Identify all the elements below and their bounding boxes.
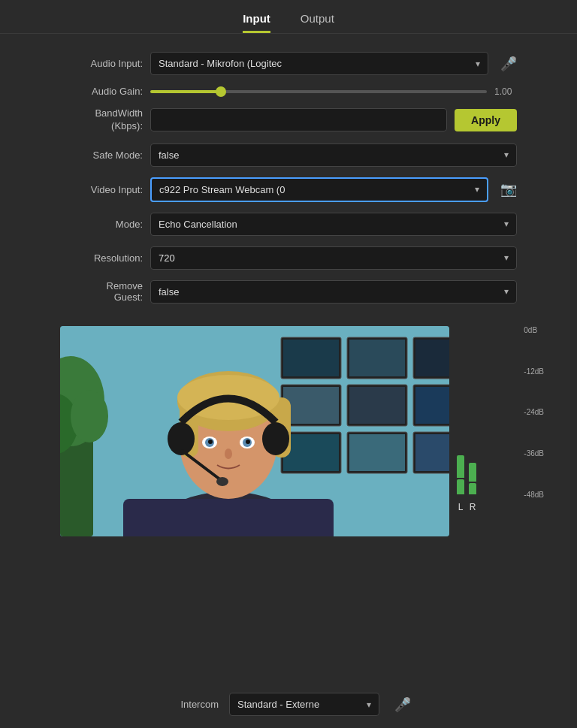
mode-label: Mode: [60,219,143,230]
vu-l-label: L [457,502,464,512]
vu-lr-labels: L R [457,502,517,512]
vu-label-0db: 0dB [524,326,544,334]
svg-rect-13 [415,340,449,376]
safe-mode-row: Safe Mode: false ▾ [60,143,517,167]
vu-bars-r [469,326,476,499]
bandwidth-label: BandWidth (Kbps): [60,107,143,133]
tabs-container: Input Output [0,0,577,33]
svg-point-36 [246,440,250,444]
chevron-down-icon: ▾ [504,219,509,229]
mode-row: Mode: Echo Cancellation ▾ [60,213,517,236]
resolution-label: Resolution: [60,252,143,264]
vu-bar-r-2 [469,483,476,494]
intercom-row: Intercom Standard - Externe ▾ 🎤 [0,681,577,728]
svg-rect-14 [283,387,339,424]
mode-control: Echo Cancellation ▾ [150,213,517,236]
chevron-down-icon: ▾ [504,150,509,160]
svg-rect-17 [283,434,339,471]
vu-r-label: R [469,502,476,512]
safe-mode-value: false [159,150,498,161]
vu-bar-l-2 [457,479,464,494]
audio-gain-control: 1.00 [150,86,517,97]
chevron-down-icon: ▾ [367,699,371,710]
safe-mode-control: false ▾ [150,143,517,167]
svg-point-35 [208,440,213,444]
video-frame [60,326,449,536]
svg-rect-16 [415,387,449,424]
remove-guest-control: false ▾ [150,280,517,304]
intercom-dropdown[interactable]: Standard - Externe ▾ [229,693,379,716]
svg-rect-42 [123,499,334,536]
bandwidth-input[interactable] [150,108,447,131]
svg-rect-11 [283,340,339,376]
audio-gain-label: Audio Gain: [60,86,143,97]
svg-point-41 [216,477,228,486]
vu-meter: 0dB -12dB -24dB -36dB -48dB [457,326,517,499]
svg-rect-18 [349,434,405,471]
vu-label-36db: -36dB [524,449,544,458]
chevron-down-icon: ▾ [476,59,480,69]
resolution-control: 720 ▾ [150,246,517,270]
audio-input-row: Audio Input: Standard - Mikrofon (Logite… [60,52,517,75]
resolution-dropdown[interactable]: 720 ▾ [150,246,517,270]
safe-mode-dropdown[interactable]: false ▾ [150,143,517,167]
resolution-row: Resolution: 720 ▾ [60,246,517,270]
camera-icon[interactable]: 📷 [500,181,517,198]
svg-point-37 [225,449,232,459]
intercom-value: Standard - Externe [237,699,319,710]
remove-guest-label: Remove Guest: [60,280,143,303]
tab-output[interactable]: Output [301,12,334,33]
video-input-control: c922 Pro Stream Webcam (0 ▾ [150,177,488,202]
vu-label-24db: -24dB [524,408,544,416]
microphone-icon[interactable]: 🎤 [500,56,517,72]
vu-bars-l [457,326,464,499]
vu-scale: 0dB -12dB -24dB -36dB -48dB [524,326,544,499]
intercom-label: Intercom [166,699,219,710]
video-input-label: Video Input: [60,184,143,195]
vu-bar-l-1 [457,455,464,478]
audio-gain-value: 1.00 [494,86,517,97]
remove-guest-value: false [159,286,498,298]
tab-input[interactable]: Input [243,12,270,33]
apply-button[interactable]: Apply [455,109,517,131]
remove-guest-dropdown[interactable]: false ▾ [150,280,517,304]
video-input-row: Video Input: c922 Pro Stream Webcam (0 ▾… [60,177,517,202]
vu-bar-r-1 [469,463,476,482]
svg-rect-19 [415,434,449,471]
audio-input-value: Standard - Mikrofon (Logitec [159,58,470,69]
intercom-mic-icon[interactable]: 🎤 [394,696,411,713]
video-preview [60,326,449,536]
bandwidth-row: BandWidth (Kbps): Apply [60,107,517,133]
safe-mode-label: Safe Mode: [60,150,143,161]
video-preview-container: 0dB -12dB -24dB -36dB -48dB L R [60,326,517,536]
audio-input-control: Standard - Mikrofon (Logitec ▾ [150,52,488,75]
audio-gain-row: Audio Gain: 1.00 [60,86,517,97]
audio-input-dropdown[interactable]: Standard - Mikrofon (Logitec ▾ [150,52,488,75]
resolution-value: 720 [159,252,498,264]
audio-gain-slider[interactable] [150,90,487,93]
settings-panel: Audio Input: Standard - Mikrofon (Logite… [0,37,577,319]
chevron-down-icon: ▾ [504,252,509,263]
mode-value: Echo Cancellation [159,219,498,230]
svg-point-39 [262,422,289,455]
video-input-value: c922 Pro Stream Webcam (0 [159,184,469,195]
mode-dropdown[interactable]: Echo Cancellation ▾ [150,213,517,236]
svg-point-23 [71,390,108,443]
svg-rect-15 [349,387,405,424]
video-input-dropdown[interactable]: c922 Pro Stream Webcam (0 ▾ [150,177,488,202]
remove-guest-row: Remove Guest: false ▾ [60,280,517,304]
svg-rect-12 [349,340,405,376]
vu-meter-container: 0dB -12dB -24dB -36dB -48dB L R [457,326,517,536]
vu-label-48db: -48dB [524,491,544,499]
tab-divider [0,33,577,34]
audio-input-label: Audio Input: [60,58,143,69]
chevron-down-icon: ▾ [475,184,479,195]
vu-label-12db: -12dB [524,367,544,376]
chevron-down-icon: ▾ [504,286,509,297]
